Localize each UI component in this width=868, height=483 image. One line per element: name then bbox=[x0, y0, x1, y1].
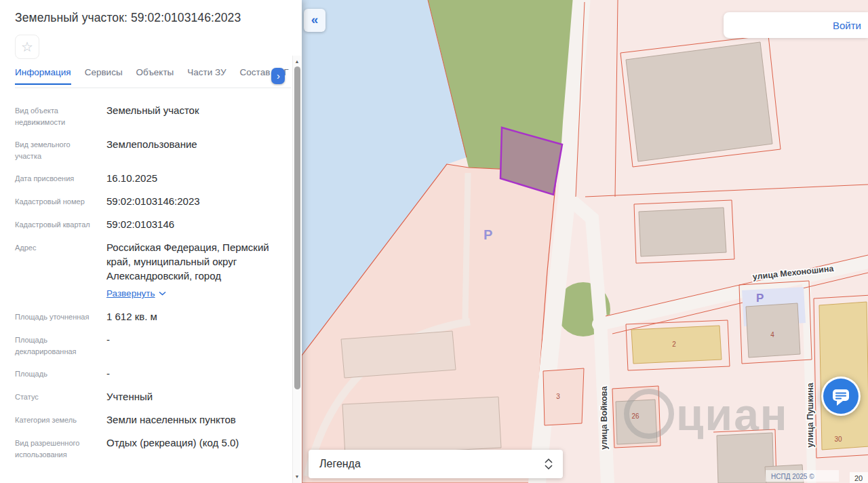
chevrons-left-icon: « bbox=[311, 12, 319, 27]
field-value: - bbox=[106, 332, 283, 358]
scrollbar-up-icon[interactable]: ▲ bbox=[293, 58, 301, 66]
field-row: Категория земель Земли населенных пункто… bbox=[15, 412, 291, 427]
field-label: Адрес bbox=[15, 240, 98, 301]
parcel-number-30: 30 bbox=[834, 436, 842, 443]
tabs-bar: Информация Сервисы Объекты Части ЗУ Сост… bbox=[15, 67, 291, 88]
field-value: - bbox=[106, 366, 283, 381]
field-row: Вид разрешенного использования Отдых (ре… bbox=[15, 436, 291, 461]
panel-scrollbar[interactable]: ▲ ▼ bbox=[292, 56, 301, 483]
svg-text:циан: циан bbox=[676, 389, 789, 440]
fields-list: Вид объекта недвижимости Земельный участ… bbox=[15, 103, 291, 461]
field-label: Категория земель bbox=[15, 412, 98, 427]
chat-button[interactable] bbox=[820, 375, 862, 417]
field-value: 59:02:0103146:2023 bbox=[106, 194, 283, 208]
tab-chasti-zu[interactable]: Части ЗУ bbox=[187, 67, 226, 83]
field-value: 59:02:0103146 bbox=[106, 217, 283, 231]
field-row: Вид земельного участка Землепользование bbox=[15, 137, 291, 162]
scale-label: 20 bbox=[854, 474, 863, 482]
address-value: Российская Федерация, Пермский край, мун… bbox=[106, 242, 269, 282]
tab-servisy[interactable]: Сервисы bbox=[85, 67, 123, 83]
parcel-number-3: 3 bbox=[556, 393, 560, 400]
login-bar: Войти bbox=[724, 12, 868, 38]
field-label: Площадь bbox=[15, 366, 98, 381]
field-row: Кадастровый номер 59:02:0103146:2023 bbox=[15, 194, 291, 208]
collapse-panel-button[interactable]: « bbox=[304, 9, 326, 32]
field-value: Российская Федерация, Пермский край, мун… bbox=[106, 240, 283, 301]
expand-address-link[interactable]: Развернуть bbox=[106, 286, 166, 301]
field-value: Земельный участок bbox=[106, 103, 283, 128]
login-link[interactable]: Войти bbox=[833, 20, 861, 31]
legend-dropdown[interactable]: Легенда bbox=[309, 450, 563, 478]
field-label: Статус bbox=[15, 389, 98, 404]
page-title: Земельный участок: 59:02:0103146:2023 bbox=[15, 11, 291, 25]
field-label: Вид разрешенного использования bbox=[15, 436, 98, 461]
star-icon: ☆ bbox=[21, 39, 33, 55]
field-row: Площадь декларированная - bbox=[15, 332, 291, 358]
field-row: Вид объекта недвижимости Земельный участ… bbox=[15, 103, 291, 128]
street-label-voikova: улица Войкова bbox=[599, 385, 609, 449]
parking-icon-2: P bbox=[756, 292, 764, 305]
tab-obekty[interactable]: Объекты bbox=[136, 67, 174, 83]
legend-label: Легенда bbox=[319, 458, 361, 470]
field-label: Вид объекта недвижимости bbox=[15, 103, 98, 128]
field-value: Земли населенных пунктов bbox=[106, 412, 283, 427]
favorite-button[interactable]: ☆ bbox=[15, 35, 39, 59]
parcel-number-2: 2 bbox=[672, 341, 676, 348]
map-area: P P улица Мехоношина улица Войкова улица… bbox=[302, 0, 868, 483]
field-label: Площадь декларированная bbox=[15, 332, 98, 358]
field-row: Статус Учтенный bbox=[15, 389, 291, 404]
street-label-pushkina: улица Пушкина bbox=[806, 382, 815, 448]
field-row-address: Адрес Российская Федерация, Пермский кра… bbox=[15, 240, 291, 301]
expand-collapse-icon bbox=[545, 459, 553, 469]
tab-informatsiya[interactable]: Информация bbox=[15, 67, 71, 85]
field-value: Учтенный bbox=[106, 389, 283, 404]
field-value: Землепользование bbox=[106, 137, 283, 162]
tab-sostav[interactable]: Состав bbox=[240, 67, 271, 83]
tabs-scroll-right-button[interactable]: › bbox=[271, 68, 285, 84]
chevron-right-icon: › bbox=[277, 70, 280, 81]
field-row: Площадь уточненная 1 612 кв. м bbox=[15, 309, 291, 324]
field-value: 1 612 кв. м bbox=[106, 309, 283, 324]
attribution-text: НСПД 2025 © bbox=[771, 473, 814, 480]
field-label: Кадастровый номер bbox=[15, 194, 98, 208]
app: Земельный участок: 59:02:0103146:2023 ☆ … bbox=[0, 0, 868, 483]
chevron-down-icon bbox=[159, 291, 166, 296]
parcel-number-26: 26 bbox=[631, 412, 639, 420]
map-canvas[interactable]: P P улица Мехоношина улица Войкова улица… bbox=[302, 0, 868, 483]
field-row: Площадь - bbox=[15, 366, 291, 381]
field-label: Дата присвоения bbox=[15, 171, 98, 185]
field-label: Кадастровый квартал bbox=[15, 217, 98, 231]
field-row: Дата присвоения 16.10.2025 bbox=[15, 171, 291, 185]
field-value: 16.10.2025 bbox=[106, 171, 283, 185]
field-label: Вид земельного участка bbox=[15, 137, 98, 162]
field-label: Площадь уточненная bbox=[15, 309, 98, 324]
scrollbar-thumb[interactable] bbox=[294, 66, 300, 389]
parking-icon-1: P bbox=[484, 227, 492, 242]
scrollbar-down-icon[interactable]: ▼ bbox=[293, 473, 301, 481]
parcel-3-shape[interactable] bbox=[543, 368, 584, 425]
field-value: Отдых (рекреация) (код 5.0) bbox=[106, 436, 283, 461]
panel-content: Земельный участок: 59:02:0103146:2023 ☆ … bbox=[0, 0, 302, 483]
parcel-info-panel: Земельный участок: 59:02:0103146:2023 ☆ … bbox=[0, 0, 302, 483]
field-row: Кадастровый квартал 59:02:0103146 bbox=[15, 217, 291, 231]
parcel-number-4: 4 bbox=[770, 331, 774, 339]
